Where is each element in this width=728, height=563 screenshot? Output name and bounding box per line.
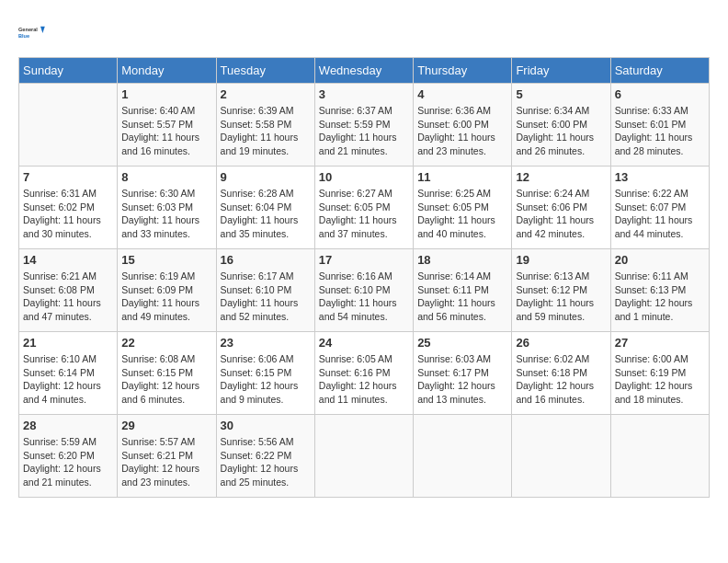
day-cell: 21Sunrise: 6:10 AMSunset: 6:14 PMDayligh… <box>19 332 118 415</box>
day-cell: 11Sunrise: 6:25 AMSunset: 6:05 PMDayligh… <box>414 167 512 249</box>
day-cell: 6Sunrise: 6:33 AMSunset: 6:01 PMDaylight… <box>610 84 709 167</box>
day-number: 23 <box>221 336 311 350</box>
day-cell: 5Sunrise: 6:34 AMSunset: 6:00 PMDaylight… <box>512 84 610 167</box>
day-number: 2 <box>221 87 311 101</box>
day-info: Sunrise: 6:30 AMSunset: 6:03 PMDaylight:… <box>121 187 211 241</box>
day-number: 30 <box>221 419 311 432</box>
weekday-header-thursday: Thursday <box>414 58 512 84</box>
day-number: 21 <box>23 336 113 350</box>
day-info: Sunrise: 6:24 AMSunset: 6:06 PMDaylight:… <box>516 187 606 241</box>
day-cell: 18Sunrise: 6:14 AMSunset: 6:11 PMDayligh… <box>414 249 512 332</box>
page-header: GeneralBlue <box>18 18 710 48</box>
day-cell: 12Sunrise: 6:24 AMSunset: 6:06 PMDayligh… <box>512 167 610 249</box>
day-info: Sunrise: 6:05 AMSunset: 6:16 PMDaylight:… <box>319 352 409 407</box>
weekday-header-sunday: Sunday <box>19 58 118 84</box>
logo-icon: GeneralBlue <box>18 18 48 48</box>
day-cell: 25Sunrise: 6:03 AMSunset: 6:17 PMDayligh… <box>414 332 512 415</box>
day-number: 20 <box>615 253 705 267</box>
day-info: Sunrise: 6:22 AMSunset: 6:07 PMDaylight:… <box>615 187 705 241</box>
day-number: 3 <box>319 87 409 101</box>
day-info: Sunrise: 6:16 AMSunset: 6:10 PMDaylight:… <box>319 270 409 324</box>
day-number: 29 <box>121 419 211 432</box>
day-number: 19 <box>516 253 606 267</box>
day-number: 11 <box>417 170 507 184</box>
day-number: 28 <box>23 419 113 432</box>
weekday-header-monday: Monday <box>118 58 216 84</box>
day-cell: 15Sunrise: 6:19 AMSunset: 6:09 PMDayligh… <box>118 249 216 332</box>
day-number: 7 <box>23 170 113 184</box>
day-info: Sunrise: 5:59 AMSunset: 6:20 PMDaylight:… <box>23 435 113 489</box>
day-cell: 2Sunrise: 6:39 AMSunset: 5:58 PMDaylight… <box>216 84 314 167</box>
week-row-2: 7Sunrise: 6:31 AMSunset: 6:02 PMDaylight… <box>19 167 710 249</box>
svg-marker-2 <box>40 27 45 33</box>
day-cell: 26Sunrise: 6:02 AMSunset: 6:18 PMDayligh… <box>512 332 610 415</box>
day-cell: 9Sunrise: 6:28 AMSunset: 6:04 PMDaylight… <box>216 167 314 249</box>
day-number: 8 <box>121 170 211 184</box>
weekday-header-row: SundayMondayTuesdayWednesdayThursdayFrid… <box>19 58 710 84</box>
day-info: Sunrise: 6:36 AMSunset: 6:00 PMDaylight:… <box>417 104 507 158</box>
day-info: Sunrise: 6:13 AMSunset: 6:12 PMDaylight:… <box>516 270 606 324</box>
day-cell: 22Sunrise: 6:08 AMSunset: 6:15 PMDayligh… <box>118 332 216 415</box>
day-info: Sunrise: 6:31 AMSunset: 6:02 PMDaylight:… <box>23 187 113 241</box>
day-cell: 16Sunrise: 6:17 AMSunset: 6:10 PMDayligh… <box>216 249 314 332</box>
day-number: 6 <box>615 87 705 101</box>
day-cell: 1Sunrise: 6:40 AMSunset: 5:57 PMDaylight… <box>118 84 216 167</box>
day-info: Sunrise: 6:33 AMSunset: 6:01 PMDaylight:… <box>615 104 705 158</box>
day-number: 1 <box>121 87 211 101</box>
day-cell: 23Sunrise: 6:06 AMSunset: 6:15 PMDayligh… <box>216 332 314 415</box>
day-number: 25 <box>417 336 507 350</box>
day-number: 17 <box>319 253 409 267</box>
day-info: Sunrise: 6:03 AMSunset: 6:17 PMDaylight:… <box>417 352 507 407</box>
day-cell: 28Sunrise: 5:59 AMSunset: 6:20 PMDayligh… <box>19 415 118 498</box>
week-row-1: 1Sunrise: 6:40 AMSunset: 5:57 PMDaylight… <box>19 84 710 167</box>
day-info: Sunrise: 6:10 AMSunset: 6:14 PMDaylight:… <box>23 352 113 407</box>
day-cell: 30Sunrise: 5:56 AMSunset: 6:22 PMDayligh… <box>216 415 314 498</box>
day-number: 16 <box>221 253 311 267</box>
day-cell <box>610 415 709 498</box>
day-cell: 7Sunrise: 6:31 AMSunset: 6:02 PMDaylight… <box>19 167 118 249</box>
day-info: Sunrise: 6:37 AMSunset: 5:59 PMDaylight:… <box>319 104 409 158</box>
day-number: 13 <box>615 170 705 184</box>
week-row-4: 21Sunrise: 6:10 AMSunset: 6:14 PMDayligh… <box>19 332 710 415</box>
day-info: Sunrise: 6:25 AMSunset: 6:05 PMDaylight:… <box>417 187 507 241</box>
day-cell <box>314 415 413 498</box>
day-cell: 4Sunrise: 6:36 AMSunset: 6:00 PMDaylight… <box>414 84 512 167</box>
day-info: Sunrise: 6:17 AMSunset: 6:10 PMDaylight:… <box>221 270 311 324</box>
day-info: Sunrise: 6:02 AMSunset: 6:18 PMDaylight:… <box>516 352 606 407</box>
day-cell: 20Sunrise: 6:11 AMSunset: 6:13 PMDayligh… <box>610 249 709 332</box>
day-info: Sunrise: 6:19 AMSunset: 6:09 PMDaylight:… <box>121 270 211 324</box>
day-info: Sunrise: 6:14 AMSunset: 6:11 PMDaylight:… <box>417 270 507 324</box>
day-info: Sunrise: 6:21 AMSunset: 6:08 PMDaylight:… <box>23 270 113 324</box>
day-cell: 10Sunrise: 6:27 AMSunset: 6:05 PMDayligh… <box>314 167 413 249</box>
day-number: 15 <box>121 253 211 267</box>
weekday-header-saturday: Saturday <box>610 58 709 84</box>
day-cell: 19Sunrise: 6:13 AMSunset: 6:12 PMDayligh… <box>512 249 610 332</box>
day-cell: 29Sunrise: 5:57 AMSunset: 6:21 PMDayligh… <box>118 415 216 498</box>
day-info: Sunrise: 6:11 AMSunset: 6:13 PMDaylight:… <box>615 270 705 324</box>
day-info: Sunrise: 6:28 AMSunset: 6:04 PMDaylight:… <box>221 187 311 241</box>
week-row-3: 14Sunrise: 6:21 AMSunset: 6:08 PMDayligh… <box>19 249 710 332</box>
svg-text:General: General <box>18 27 38 32</box>
day-cell: 13Sunrise: 6:22 AMSunset: 6:07 PMDayligh… <box>610 167 709 249</box>
svg-text:Blue: Blue <box>18 33 29 39</box>
day-number: 12 <box>516 170 606 184</box>
logo: GeneralBlue <box>18 18 48 48</box>
day-info: Sunrise: 6:00 AMSunset: 6:19 PMDaylight:… <box>615 352 705 407</box>
day-number: 4 <box>417 87 507 101</box>
day-number: 18 <box>417 253 507 267</box>
weekday-header-wednesday: Wednesday <box>314 58 413 84</box>
day-cell: 14Sunrise: 6:21 AMSunset: 6:08 PMDayligh… <box>19 249 118 332</box>
weekday-header-tuesday: Tuesday <box>216 58 314 84</box>
week-row-5: 28Sunrise: 5:59 AMSunset: 6:20 PMDayligh… <box>19 415 710 498</box>
day-info: Sunrise: 6:40 AMSunset: 5:57 PMDaylight:… <box>121 104 211 158</box>
day-info: Sunrise: 6:06 AMSunset: 6:15 PMDaylight:… <box>221 352 311 407</box>
day-cell: 3Sunrise: 6:37 AMSunset: 5:59 PMDaylight… <box>314 84 413 167</box>
day-cell <box>512 415 610 498</box>
day-cell: 24Sunrise: 6:05 AMSunset: 6:16 PMDayligh… <box>314 332 413 415</box>
day-info: Sunrise: 6:34 AMSunset: 6:00 PMDaylight:… <box>516 104 606 158</box>
day-number: 24 <box>319 336 409 350</box>
day-cell: 8Sunrise: 6:30 AMSunset: 6:03 PMDaylight… <box>118 167 216 249</box>
day-cell <box>19 84 118 167</box>
day-number: 14 <box>23 253 113 267</box>
day-cell: 27Sunrise: 6:00 AMSunset: 6:19 PMDayligh… <box>610 332 709 415</box>
